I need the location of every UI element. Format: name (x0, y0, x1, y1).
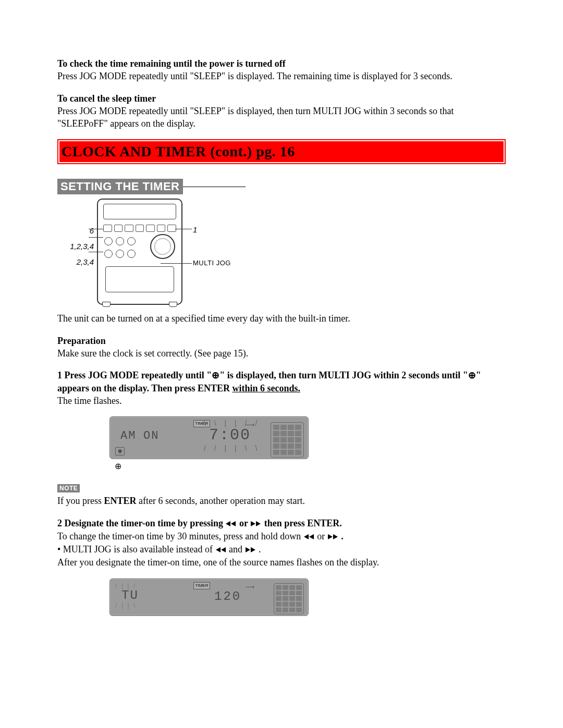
svg-marker-11 (251, 547, 255, 552)
step-1-underline: within 6 seconds. (232, 383, 300, 393)
svg-marker-6 (328, 534, 333, 539)
check-time-body: Press JOG MODE repeatedly until "SLEEP" … (57, 71, 452, 81)
device-button-row (103, 225, 176, 232)
svg-marker-5 (309, 534, 314, 539)
svg-marker-4 (304, 534, 309, 539)
check-time-heading: To check the time remaining until the po… (57, 58, 286, 69)
svg-marker-8 (216, 547, 221, 552)
svg-marker-3 (256, 521, 261, 526)
lcd-display-1: TIMER \ \ | | / / AM ON 7:00 ⟶ / / | | \… (109, 416, 309, 459)
lcd2-arrow-icon: ⟶ (246, 583, 254, 591)
step-2-bold: 2 Designate the timer-on time by pressin… (57, 518, 342, 528)
lcd1-arrow-icon: ⟶ (246, 421, 254, 429)
diagram-left-labels: 6 1,2,3,4 2,3,4 (57, 199, 94, 272)
lcd1-flash-rays-bottom: / / | | \ \ (204, 444, 260, 452)
forward-icon (327, 530, 339, 543)
lcd2-source: TU (121, 588, 139, 602)
svg-marker-9 (221, 547, 226, 552)
lcd2-value: 120 (214, 589, 241, 603)
forward-icon (245, 544, 256, 556)
svg-marker-2 (251, 521, 255, 526)
rewind-icon (215, 544, 227, 556)
lcd-display-2: TIMER \ | | / TU / | | \ 120 ⟶ (109, 578, 309, 616)
device-mid-knobs (104, 237, 136, 245)
lcd1-keypad (271, 422, 304, 458)
cancel-sleep-heading: To cancel the sleep timer (57, 93, 156, 104)
svg-marker-0 (226, 521, 230, 526)
clock-icon: ⊕ (212, 370, 219, 380)
step-1-para: 1 Press JOG MODE repeatedly until "⊕" is… (57, 369, 506, 407)
device-diagram: 6 1,2,3,4 2,3,4 1 MULTI (57, 199, 506, 305)
diagram-label-multijog: MULTI JOG (193, 258, 231, 269)
clock-icon: ⊕ (468, 370, 476, 380)
sub-heading-row: SETTING THE TIMER (57, 179, 506, 194)
diagram-right-labels: 1 MULTI JOG (186, 199, 248, 224)
lcd2-keypad (274, 583, 304, 614)
preparation-heading: Preparation (57, 336, 106, 346)
cancel-sleep-para: To cancel the sleep timer Press JOG MODE… (57, 92, 506, 130)
forward-icon (250, 517, 262, 530)
svg-marker-10 (246, 547, 250, 552)
step-1-bold: 1 Press JOG MODE repeatedly until "⊕" is… (57, 370, 481, 393)
rewind-icon (303, 530, 315, 543)
lcd1-am: AM (120, 429, 136, 442)
check-time-para: To check the time remaining until the po… (57, 57, 506, 83)
device-body (97, 199, 182, 305)
lcd1-time: 7:00 (209, 426, 251, 444)
diagram-label-234: 2,3,4 (57, 256, 94, 268)
step-2-para: 2 Designate the timer-on time by pressin… (57, 517, 506, 569)
diagram-label-1: 1 (193, 224, 197, 236)
preparation-para: Preparation Make sure the clock is set c… (57, 335, 506, 360)
sub-heading-rule (183, 187, 246, 187)
lcd1-under-clock-icon: ⊕ (115, 461, 506, 471)
intro-text: The unit can be turned on at a specified… (57, 312, 506, 325)
lcd2-flash-rays-bottom: / | | \ (115, 602, 137, 610)
preparation-body: Make sure the clock is set correctly. (S… (57, 348, 248, 359)
svg-marker-1 (231, 521, 236, 526)
device-cassette (105, 266, 174, 292)
section-banner-text: CLOCK AND TIMER (cont.) pg. 16 (59, 141, 504, 162)
lcd2-timer-tag: TIMER (193, 582, 210, 589)
device-multi-jog-knob (150, 234, 175, 259)
diagram-label-6: 6 (57, 225, 94, 237)
cancel-sleep-body: Press JOG MODE repeatedly until "SLEEP" … (57, 106, 454, 129)
device-cd-slot (103, 204, 176, 219)
rewind-icon (225, 517, 237, 530)
diagram-label-1234: 1,2,3,4 (57, 240, 94, 253)
note-badge: NOTE (57, 484, 80, 492)
lcd1-clock-icon: ⊕ (115, 447, 125, 455)
step-1-body: The time flashes. (57, 396, 121, 406)
svg-marker-7 (333, 534, 338, 539)
sub-heading: SETTING THE TIMER (57, 179, 183, 194)
note-body: If you press ENTER after 6 seconds, anot… (57, 495, 506, 507)
section-banner: CLOCK AND TIMER (cont.) pg. 16 (57, 139, 506, 164)
lcd1-on: ON (143, 429, 159, 442)
device-low-knobs (104, 250, 136, 258)
